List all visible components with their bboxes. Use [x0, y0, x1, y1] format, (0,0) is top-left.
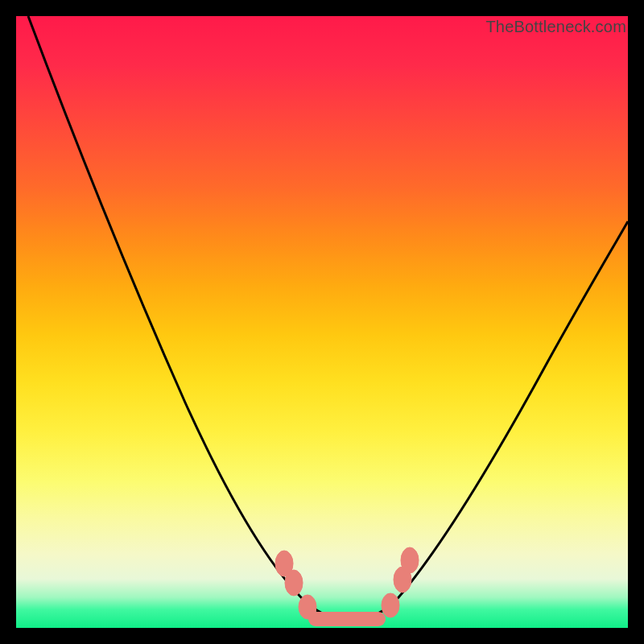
watermark-text: TheBottleneck.com: [485, 18, 626, 36]
marker-right-1: [382, 593, 399, 617]
marker-left-2: [285, 570, 303, 596]
chart-plot-area: [16, 16, 628, 628]
marker-left-3: [299, 595, 316, 619]
curve-path: [28, 16, 628, 620]
bottleneck-curve: [16, 16, 628, 628]
marker-right-3: [401, 547, 419, 573]
